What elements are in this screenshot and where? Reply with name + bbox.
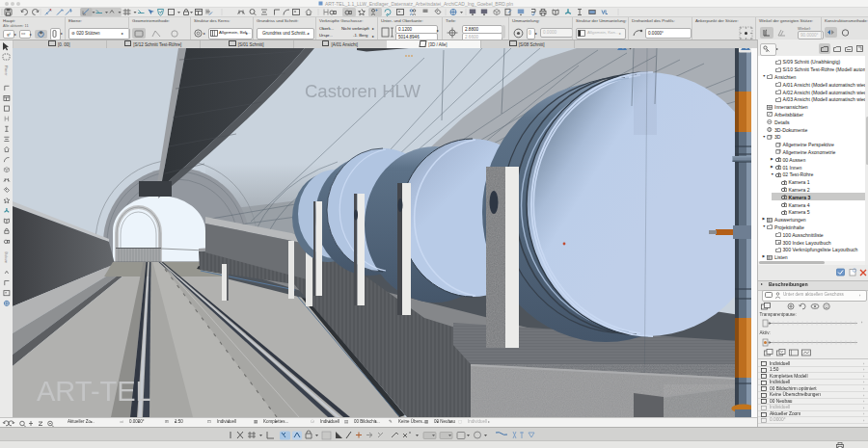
svg-text:Dokum: Dokum (4, 252, 8, 263)
svg-text:Planer: Planer (4, 66, 8, 76)
svg-text:Castoren HLW: Castoren HLW (305, 81, 420, 101)
svg-text:ART-TEL: ART-TEL (37, 376, 151, 407)
